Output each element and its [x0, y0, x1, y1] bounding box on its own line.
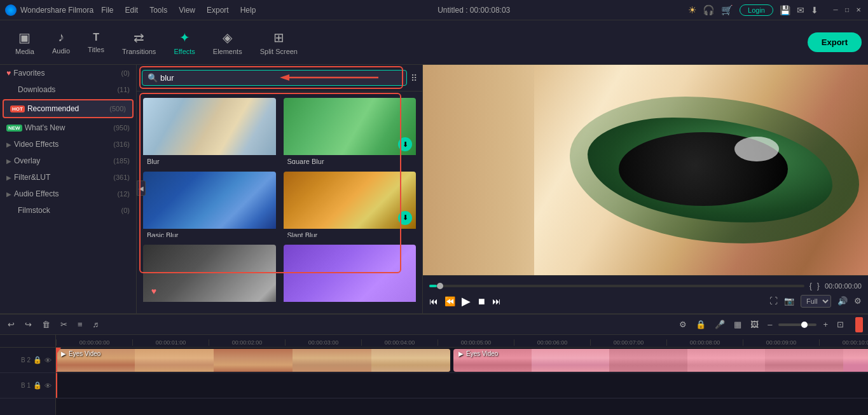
effect-card-squareblur[interactable]: ⬇ Square Blur — [282, 97, 418, 165]
tool-effects-label: Effects — [174, 48, 195, 55]
play-button[interactable]: ▶ — [462, 294, 471, 308]
ruler-mark-1: 00:00:01:00 — [132, 339, 209, 346]
tool-effects[interactable]: ✦ Effects — [165, 27, 203, 58]
splitscreen-icon: ⊞ — [273, 30, 284, 45]
effect-card-item5[interactable]: ♥ — [142, 243, 277, 308]
track-settings-icon[interactable]: ⚙ — [677, 318, 689, 330]
sidebar-item-audioeffects[interactable]: ▶ Audio Effects (12) — [0, 186, 136, 202]
zoom-thumb[interactable] — [801, 322, 808, 328]
effect-card-blur[interactable]: Blur — [142, 97, 277, 165]
progress-bar[interactable] — [429, 285, 804, 287]
sidebar-item-whatsnew[interactable]: NEW What's New (950) — [0, 119, 136, 136]
track-photo-icon[interactable]: 🖼 — [748, 318, 761, 330]
headphone-icon[interactable]: 🎧 — [703, 4, 715, 16]
step-back-button[interactable]: ⏪ — [444, 296, 455, 306]
track-layout-icon[interactable]: ▦ — [731, 318, 744, 330]
redo-button[interactable]: ↪ — [22, 318, 34, 330]
downloads-count: (11) — [117, 86, 130, 93]
track-mic-icon[interactable]: 🎤 — [712, 318, 727, 330]
download-icon[interactable]: ⬇ — [811, 5, 818, 15]
playhead-b1 — [56, 373, 57, 398]
track-b1-eye[interactable]: 👁 — [45, 382, 52, 390]
save-icon[interactable]: 💾 — [780, 5, 790, 15]
ruler-mark-8: 00:00:08:00 — [666, 339, 743, 346]
delete-button[interactable]: 🗑 — [39, 318, 53, 330]
track-lock-icon[interactable]: 🔒 — [693, 318, 708, 330]
menu-view[interactable]: View — [175, 4, 199, 16]
fullscreen-icon[interactable]: ⛶ — [769, 296, 778, 306]
track-label-b1: B 1 🔒 👁 — [0, 373, 55, 398]
tool-elements[interactable]: ◈ Elements — [204, 27, 251, 58]
next-frame-button[interactable]: ⏭ — [492, 296, 501, 306]
minimize-button[interactable]: ─ — [831, 6, 840, 15]
sidebar-item-recommended[interactable]: HOT Recommended (500) — [3, 99, 134, 118]
effect-card-slantblur[interactable]: ⬇ Slant Blur — [282, 170, 418, 239]
cut-button[interactable]: ✂ — [58, 318, 70, 330]
tool-media[interactable]: ▣ Media — [6, 27, 43, 58]
tool-transitions[interactable]: ⇄ Transitions — [113, 27, 165, 58]
settings-icon[interactable]: ⚙ — [854, 296, 862, 306]
clip-eyes-video-1[interactable]: ▶ Eyes Video — [56, 349, 450, 372]
effect-card-item6[interactable] — [282, 243, 418, 308]
clip-eyes-video-2[interactable]: ▶ Eyes Video — [453, 349, 868, 372]
tool-audio[interactable]: ♪ Audio — [43, 27, 79, 57]
fit-icon[interactable]: ⊡ — [834, 318, 846, 330]
panel-collapse-button[interactable]: ◀ — [137, 180, 146, 196]
effect-card-basicblur[interactable]: Basic Blur — [142, 170, 277, 239]
fav-icon-item5[interactable]: ♥ — [147, 284, 161, 298]
prev-frame-button[interactable]: ⏮ — [429, 296, 438, 306]
volume-icon[interactable]: 🔊 — [837, 296, 848, 306]
playhead[interactable] — [56, 348, 57, 372]
ruler-mark-4: 00:00:04:00 — [361, 339, 437, 346]
download-icon-squareblur[interactable]: ⬇ — [398, 137, 412, 151]
effect-label-blur: Blur — [143, 155, 276, 165]
zoom-out-icon[interactable]: – — [765, 318, 775, 330]
download-icon-slantblur[interactable]: ⬇ — [398, 211, 412, 225]
mail-icon[interactable]: ✉ — [797, 5, 804, 15]
menu-help[interactable]: Help — [237, 4, 260, 16]
menu-edit[interactable]: Edit — [121, 4, 142, 16]
search-input[interactable] — [160, 73, 401, 83]
sun-icon[interactable]: ☀ — [688, 4, 696, 16]
maximize-button[interactable]: □ — [843, 6, 851, 15]
sidebar-item-overlay[interactable]: ▶ Overlay (185) — [0, 153, 136, 169]
effects-panel: 🔍 ⠿ Blur — [137, 65, 423, 313]
menu-file[interactable]: File — [97, 4, 117, 16]
track-b1-lock[interactable]: 🔒 — [33, 381, 42, 390]
zoom-in-icon[interactable]: + — [820, 318, 830, 330]
settings-button[interactable]: ≡ — [75, 318, 85, 330]
tool-titles[interactable]: T Titles — [79, 29, 113, 56]
export-button[interactable]: Export — [808, 32, 862, 52]
sidebar-item-filterlut[interactable]: ▶ Filter&LUT (361) — [0, 169, 136, 186]
zoom-slider[interactable] — [778, 323, 816, 326]
snapshot-icon[interactable]: 📷 — [784, 296, 794, 306]
track-b2-lock[interactable]: 🔒 — [33, 356, 42, 364]
audio-mixer-button[interactable]: ♬ — [90, 318, 102, 330]
stop-button[interactable]: ⏹ — [477, 296, 486, 306]
menu-tools[interactable]: Tools — [146, 4, 171, 16]
tool-splitscreen[interactable]: ⊞ Split Screen — [251, 27, 307, 58]
sidebar-item-downloads[interactable]: Downloads (11) — [0, 81, 136, 98]
cart-icon[interactable]: 🛒 — [721, 4, 733, 16]
timeline-ruler[interactable]: 00:00:00:00 00:00:01:00 00:00:02:00 00:0… — [56, 335, 868, 348]
ruler-mark-6: 00:00:06:00 — [514, 339, 590, 346]
timeline: ↩ ↪ 🗑 ✂ ≡ ♬ ⚙ 🔒 🎤 ▦ 🖼 – + ⊡ — [0, 313, 868, 415]
audioeffects-label: Audio Effects — [14, 189, 117, 198]
menu-export[interactable]: Export — [203, 4, 233, 16]
recommended-count: (500) — [109, 105, 126, 112]
overlay-count: (185) — [113, 157, 130, 165]
media-icon: ▣ — [18, 30, 31, 45]
zoom-slider-wrap — [778, 323, 816, 326]
undo-button[interactable]: ↩ — [5, 318, 17, 330]
track-b2-eye[interactable]: 👁 — [45, 357, 52, 364]
login-button[interactable]: Login — [740, 4, 773, 16]
sidebar-item-filmstock[interactable]: Filmstock (0) — [0, 202, 136, 219]
close-button[interactable]: ✕ — [854, 6, 863, 15]
resolution-select[interactable]: Full 1/2 1/4 — [801, 295, 831, 308]
toolbar: ▣ Media ♪ Audio T Titles ⇄ Transitions ✦… — [0, 20, 868, 65]
sidebar-item-videoeffects[interactable]: ▶ Video Effects (316) — [0, 136, 136, 153]
progress-thumb[interactable] — [437, 283, 443, 289]
grid-icon[interactable]: ⠿ — [411, 73, 417, 83]
sidebar-item-favorites[interactable]: ♥ Favorites (0) — [0, 65, 136, 81]
tool-elements-label: Elements — [213, 48, 242, 55]
